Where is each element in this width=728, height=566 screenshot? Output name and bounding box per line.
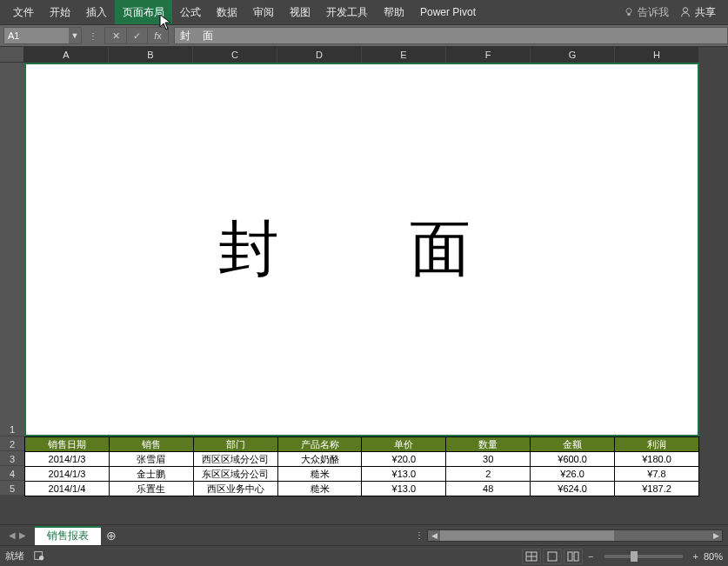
zoom-level[interactable]: 80% xyxy=(704,551,723,562)
name-box-value: A1 xyxy=(4,30,69,41)
bulb-icon xyxy=(624,7,634,17)
cancel-formula-button[interactable]: ✕ xyxy=(105,27,126,44)
name-box[interactable]: A1 ▼ xyxy=(3,27,82,44)
tab-page-layout[interactable]: 页面布局 xyxy=(115,0,172,24)
tab-developer[interactable]: 开发工具 xyxy=(318,0,376,24)
tell-me-placeholder: 告诉我 xyxy=(638,5,669,20)
ribbon-tabs: 文件 开始 插入 页面布局 公式 数据 审阅 视图 开发工具 帮助 Power … xyxy=(0,0,728,24)
tab-help[interactable]: 帮助 xyxy=(376,0,412,24)
table-row: 2014/1/4乐置生西区业务中心糙米¥13.048¥624.0¥187.2 xyxy=(25,482,699,496)
col-header-c[interactable]: C xyxy=(193,47,277,63)
tab-formulas[interactable]: 公式 xyxy=(172,0,209,24)
tab-file[interactable]: 文件 xyxy=(5,0,42,24)
svg-rect-8 xyxy=(548,552,557,561)
th-profit[interactable]: 利润 xyxy=(615,437,699,452)
hscroll-right-icon[interactable]: ▶ xyxy=(710,530,722,541)
share-label: 共享 xyxy=(695,5,716,20)
table-header-row: 销售日期 销售 部门 产品名称 单价 数量 金额 利润 xyxy=(25,437,699,452)
status-bar: 就绪 − + 80% xyxy=(0,545,728,566)
table-row: 2014/1/3张雪眉西区区域分公司大众奶酪¥20.030¥600.0¥180.… xyxy=(25,452,699,467)
svg-point-0 xyxy=(626,9,631,14)
cover-merged-cell[interactable]: 封 面 xyxy=(24,63,699,436)
col-header-e[interactable]: E xyxy=(362,47,446,63)
th-amount[interactable]: 金额 xyxy=(531,437,615,452)
insert-function-button[interactable]: fx xyxy=(147,27,168,44)
namebox-divider-icon: ⋮ xyxy=(87,31,99,41)
hscroll-thumb[interactable] xyxy=(440,530,614,541)
hscroll-grip-icon[interactable]: ⋮ xyxy=(415,530,424,540)
name-box-dropdown-icon[interactable]: ▼ xyxy=(69,28,81,43)
formula-bar[interactable]: 封 面 xyxy=(174,27,728,44)
zoom-slider[interactable] xyxy=(604,555,683,558)
zoom-out-button[interactable]: − xyxy=(588,551,593,562)
add-sheet-button[interactable]: ⊕ xyxy=(101,525,122,546)
tab-review[interactable]: 审阅 xyxy=(245,0,282,24)
sheet-tabs-row: ◀ ▶ 销售报表 ⊕ ⋮ ◀ ▶ xyxy=(0,524,728,545)
row-header-3[interactable]: 3 xyxy=(0,451,24,466)
share-icon xyxy=(679,6,691,18)
zoom-slider-thumb[interactable] xyxy=(631,551,638,562)
horizontal-scrollbar[interactable]: ⋮ ◀ ▶ xyxy=(122,529,728,542)
svg-point-2 xyxy=(683,8,687,12)
worksheet-area: A B C D E F G H 1 2 3 4 5 封 面 销售日期 销售 部门… xyxy=(0,47,728,524)
tab-data[interactable]: 数据 xyxy=(209,0,245,24)
sheet-tab-active[interactable]: 销售报表 xyxy=(35,526,101,545)
col-header-a[interactable]: A xyxy=(24,47,109,63)
formula-bar-row: A1 ▼ ⋮ ✕ ✓ fx 封 面 xyxy=(0,24,728,47)
select-all-corner[interactable] xyxy=(0,47,24,63)
sheet-nav-next-icon[interactable]: ▶ xyxy=(19,530,26,540)
hscroll-left-icon[interactable]: ◀ xyxy=(428,530,440,541)
zoom-in-button[interactable]: + xyxy=(693,551,698,562)
row-header-2[interactable]: 2 xyxy=(0,436,24,451)
cells-grid[interactable]: 封 面 销售日期 销售 部门 产品名称 单价 数量 金额 利润 2014/1/3… xyxy=(24,63,699,496)
th-dept[interactable]: 部门 xyxy=(193,437,277,452)
svg-rect-10 xyxy=(574,552,578,561)
row-header-4[interactable]: 4 xyxy=(0,466,24,481)
share-button[interactable]: 共享 xyxy=(676,5,723,20)
table-row: 2014/1/3金士鹏东区区域分公司糙米¥13.02¥26.0¥7.8 xyxy=(25,467,699,482)
view-page-break-button[interactable] xyxy=(564,549,583,564)
col-header-f[interactable]: F xyxy=(446,47,531,63)
th-sales[interactable]: 销售 xyxy=(109,437,193,452)
view-page-layout-button[interactable] xyxy=(543,549,562,564)
sheet-nav-prev-icon[interactable]: ◀ xyxy=(9,530,16,540)
svg-rect-1 xyxy=(628,14,631,16)
th-qty[interactable]: 数量 xyxy=(446,437,531,452)
data-table: 销售日期 销售 部门 产品名称 单价 数量 金额 利润 2014/1/3张雪眉西… xyxy=(24,436,699,496)
tab-insert[interactable]: 插入 xyxy=(78,0,115,24)
macro-record-icon[interactable] xyxy=(33,549,45,563)
row-header-1[interactable]: 1 xyxy=(0,63,24,436)
th-product[interactable]: 产品名称 xyxy=(277,437,362,452)
svg-point-4 xyxy=(39,556,43,560)
row-headers: 1 2 3 4 5 xyxy=(0,63,24,496)
sheet-nav: ◀ ▶ xyxy=(0,530,35,540)
tab-powerpivot[interactable]: Power Pivot xyxy=(412,0,484,24)
formula-buttons: ✕ ✓ fx xyxy=(104,27,169,44)
tab-home[interactable]: 开始 xyxy=(42,0,78,24)
col-header-b[interactable]: B xyxy=(109,47,193,63)
tab-view[interactable]: 视图 xyxy=(282,0,318,24)
svg-rect-9 xyxy=(568,552,572,561)
hscroll-track[interactable]: ◀ ▶ xyxy=(427,529,723,542)
th-price[interactable]: 单价 xyxy=(362,437,446,452)
view-normal-button[interactable] xyxy=(522,549,541,564)
col-header-h[interactable]: H xyxy=(615,47,699,63)
enter-formula-button[interactable]: ✓ xyxy=(126,27,147,44)
status-ready: 就绪 xyxy=(5,549,24,563)
column-headers: A B C D E F G H xyxy=(24,47,699,63)
col-header-d[interactable]: D xyxy=(277,47,362,63)
tell-me-search[interactable]: 告诉我 xyxy=(617,5,676,20)
col-header-g[interactable]: G xyxy=(531,47,615,63)
th-date[interactable]: 销售日期 xyxy=(25,437,110,452)
row-header-5[interactable]: 5 xyxy=(0,481,24,496)
